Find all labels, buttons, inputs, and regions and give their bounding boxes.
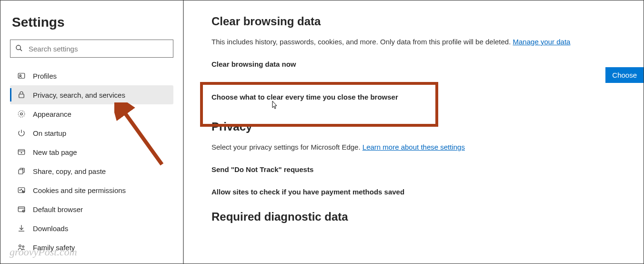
svg-point-21 bbox=[22, 246, 24, 247]
clear-now-row[interactable]: Clear browsing data now bbox=[211, 60, 644, 68]
appearance-icon bbox=[17, 109, 26, 119]
share-icon bbox=[17, 166, 26, 176]
nav-family[interactable]: Family safety bbox=[10, 238, 173, 257]
nav-startup[interactable]: On startup bbox=[10, 123, 173, 142]
manage-data-link[interactable]: Manage your data bbox=[513, 38, 571, 46]
svg-point-0 bbox=[16, 45, 20, 50]
nav-label: Appearance bbox=[33, 110, 71, 118]
profile-icon bbox=[17, 71, 26, 81]
search-input[interactable] bbox=[29, 45, 168, 53]
nav-label: New tab page bbox=[33, 148, 77, 156]
nav-label: Privacy, search, and services bbox=[33, 91, 125, 99]
nav-newtab[interactable]: New tab page bbox=[10, 142, 173, 162]
svg-rect-4 bbox=[19, 94, 24, 98]
nav-privacy[interactable]: Privacy, search, and services bbox=[10, 85, 173, 104]
nav-appearance[interactable]: Appearance bbox=[10, 104, 173, 123]
nav-label: On startup bbox=[33, 129, 66, 137]
svg-line-1 bbox=[20, 49, 22, 51]
nav-profiles[interactable]: Profiles bbox=[10, 66, 173, 85]
nav-downloads[interactable]: Downloads bbox=[10, 219, 173, 238]
dnt-row[interactable]: Send "Do Not Track" requests bbox=[211, 165, 644, 173]
svg-rect-11 bbox=[19, 170, 23, 174]
privacy-heading: Privacy bbox=[211, 120, 644, 133]
nav-label: Cookies and site permissions bbox=[33, 186, 126, 194]
diagnostic-heading: Required diagnostic data bbox=[211, 210, 644, 223]
svg-point-14 bbox=[21, 189, 22, 190]
svg-point-6 bbox=[20, 113, 23, 115]
settings-sidebar: Settings Profiles Privacy, search, and s… bbox=[0, 0, 184, 264]
settings-nav: Profiles Privacy, search, and services A… bbox=[10, 66, 173, 257]
svg-point-20 bbox=[19, 245, 21, 247]
svg-point-13 bbox=[20, 190, 20, 191]
choose-on-close-row[interactable]: Choose what to clear every time you clos… bbox=[211, 93, 644, 101]
settings-title: Settings bbox=[12, 15, 173, 30]
svg-point-5 bbox=[18, 111, 25, 117]
search-icon bbox=[15, 44, 23, 53]
clear-browsing-heading: Clear browsing data bbox=[211, 15, 644, 28]
search-settings[interactable] bbox=[10, 40, 173, 58]
choose-button[interactable]: Choose bbox=[605, 67, 644, 83]
nav-cookies[interactable]: Cookies and site permissions bbox=[10, 181, 173, 200]
nav-label: Share, copy, and paste bbox=[33, 167, 106, 175]
svg-point-3 bbox=[20, 75, 21, 76]
privacy-desc: Select your privacy settings for Microso… bbox=[211, 143, 644, 151]
settings-content: Clear browsing data This includes histor… bbox=[184, 0, 644, 264]
lock-icon bbox=[17, 90, 26, 100]
browser-icon bbox=[17, 204, 26, 214]
nav-label: Downloads bbox=[33, 224, 68, 233]
nav-share[interactable]: Share, copy, and paste bbox=[10, 162, 173, 181]
cookies-icon bbox=[17, 185, 26, 195]
nav-default-browser[interactable]: Default browser bbox=[10, 200, 173, 219]
newtab-icon bbox=[17, 147, 26, 157]
clear-browsing-desc: This includes history, passwords, cookie… bbox=[211, 38, 644, 46]
privacy-learn-more-link[interactable]: Learn more about these settings bbox=[362, 143, 465, 151]
payment-row[interactable]: Allow sites to check if you have payment… bbox=[211, 188, 644, 196]
power-icon bbox=[17, 128, 26, 138]
nav-label: Family safety bbox=[33, 244, 75, 252]
nav-label: Profiles bbox=[33, 72, 57, 80]
family-icon bbox=[17, 243, 26, 252]
nav-label: Default browser bbox=[33, 205, 83, 213]
download-icon bbox=[17, 223, 26, 233]
